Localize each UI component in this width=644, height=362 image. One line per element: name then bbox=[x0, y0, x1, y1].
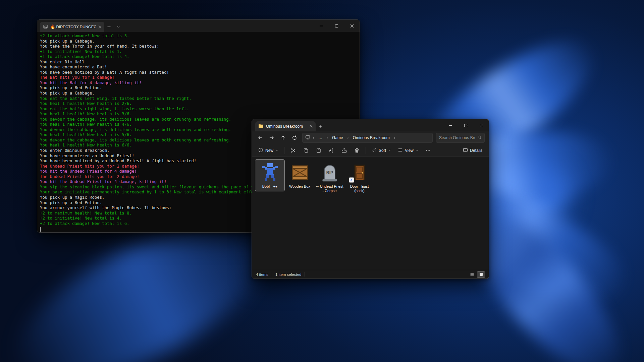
file-label: Door - East(back) bbox=[350, 184, 369, 193]
address-bar[interactable]: … Game Ominous Breakroom bbox=[302, 133, 433, 143]
new-button[interactable]: New bbox=[255, 145, 281, 156]
up-button[interactable] bbox=[277, 133, 289, 143]
view-toggles bbox=[468, 272, 485, 278]
breadcrumb-game[interactable]: Game bbox=[330, 135, 345, 141]
terminal-line: +2 to attack damage! New total is 3. bbox=[40, 34, 357, 39]
explorer-close-button[interactable] bbox=[473, 119, 489, 131]
terminal-minimize-button[interactable] bbox=[313, 20, 329, 32]
door-icon bbox=[349, 162, 370, 183]
terminal-titlebar[interactable]: 🔥 DIRECTORY DUNGEON 🔥 bbox=[37, 20, 360, 32]
monitor-icon bbox=[305, 135, 310, 141]
forward-button[interactable] bbox=[266, 133, 277, 143]
details-button-label: Details bbox=[470, 148, 482, 153]
chevron-right-icon bbox=[326, 136, 329, 139]
terminal-line: You pick up a Cabbage. bbox=[40, 39, 357, 44]
explorer-tab[interactable]: Ominous Breakroom bbox=[255, 121, 316, 131]
crate-icon bbox=[289, 162, 311, 183]
copy-button[interactable] bbox=[300, 145, 312, 156]
chevron-right-icon bbox=[346, 136, 350, 139]
file-label-line: (back) bbox=[350, 189, 369, 193]
shortcut-arrow-icon bbox=[349, 178, 354, 182]
explorer-minimize-button[interactable] bbox=[442, 119, 458, 131]
explorer-tab-title: Ominous Breakroom bbox=[266, 124, 307, 129]
paste-button[interactable] bbox=[313, 145, 325, 156]
terminal-tab[interactable]: 🔥 DIRECTORY DUNGEON 🔥 bbox=[40, 22, 104, 32]
chevron-down-icon bbox=[275, 148, 278, 153]
more-button[interactable] bbox=[422, 145, 434, 156]
delete-button[interactable] bbox=[351, 145, 363, 156]
search-icon bbox=[477, 135, 482, 141]
terminal-line: The Bat hits you for 1 damage! bbox=[40, 75, 357, 80]
terminal-window-controls bbox=[313, 20, 360, 32]
sort-button[interactable]: Sort bbox=[369, 145, 394, 156]
terminal-line: You enter Dim Hall. bbox=[40, 60, 357, 65]
file-label-line: ⚰ Undead Priest bbox=[316, 184, 343, 189]
explorer-toolbar: New Sort bbox=[252, 144, 489, 157]
file-label-line: Bob! - ♥♥ bbox=[262, 184, 277, 189]
file-item[interactable]: Bob! - ♥♥ bbox=[255, 160, 284, 191]
terminal-line: You eat the bat's left wing, it tastes b… bbox=[40, 96, 357, 102]
explorer-new-tab-button[interactable] bbox=[316, 121, 326, 131]
status-divider bbox=[305, 272, 305, 277]
file-explorer-window: Ominous Breakroom bbox=[252, 119, 489, 279]
svg-text:RIP: RIP bbox=[326, 170, 333, 175]
terminal-line: You have been noticed by a Bat! A fight … bbox=[40, 70, 357, 75]
large-icons-view-button[interactable] bbox=[477, 272, 485, 278]
refresh-button[interactable] bbox=[289, 133, 300, 143]
selected-count: 1 item selected bbox=[275, 273, 301, 277]
terminal-cursor bbox=[40, 227, 41, 232]
view-button[interactable]: View bbox=[395, 145, 422, 156]
file-item[interactable]: Door - East(back) bbox=[345, 160, 374, 195]
file-grid[interactable]: Bob! - ♥♥ Wooden Box RIP ⚰ Undead Priest… bbox=[252, 157, 489, 270]
file-label: Wooden Box bbox=[289, 184, 310, 189]
status-bar: 4 items 1 item selected bbox=[252, 270, 489, 279]
desktop: 🔥 DIRECTORY DUNGEON 🔥 bbox=[0, 0, 644, 362]
rename-button[interactable] bbox=[325, 145, 337, 156]
terminal-line: You take the Torch in your off hand. It … bbox=[40, 44, 357, 49]
terminal-maximize-button[interactable] bbox=[329, 20, 344, 32]
breadcrumb-current-folder[interactable]: Ominous Breakroom bbox=[351, 135, 391, 141]
details-button[interactable]: Details bbox=[460, 145, 485, 156]
terminal-new-tab-button[interactable] bbox=[104, 22, 114, 32]
view-icon bbox=[398, 147, 403, 154]
share-button[interactable] bbox=[338, 145, 350, 156]
file-label-line: Wooden Box bbox=[289, 184, 310, 189]
cut-button[interactable] bbox=[287, 145, 299, 156]
sort-icon bbox=[372, 147, 377, 154]
toolbar-divider bbox=[366, 147, 366, 154]
terminal-line: You pick up a Cabbage. bbox=[40, 91, 357, 96]
file-item[interactable]: RIP ⚰ Undead Priest- Corpse bbox=[315, 160, 344, 195]
terminal-line: +1 to attack damage! New total is 4. bbox=[40, 54, 357, 60]
folder-icon bbox=[258, 124, 264, 129]
sort-button-label: Sort bbox=[379, 148, 386, 153]
file-label-line: - Corpse bbox=[316, 189, 343, 193]
person-icon bbox=[259, 162, 281, 183]
details-pane-icon bbox=[463, 147, 468, 154]
new-button-label: New bbox=[265, 148, 273, 153]
search-box[interactable]: Search Ominous Bre bbox=[436, 133, 485, 143]
search-input[interactable]: Search Ominous Bre bbox=[439, 135, 475, 140]
back-button[interactable] bbox=[255, 133, 266, 143]
terminal-tab-close-button[interactable] bbox=[98, 25, 101, 28]
file-item[interactable]: Wooden Box bbox=[285, 160, 314, 191]
terminal-line: +1 to initiative! New total is 1. bbox=[40, 49, 357, 55]
terminal-tab-dropdown-button[interactable] bbox=[114, 22, 123, 32]
terminal-line: You eat the bat's right wing, it tastes … bbox=[40, 107, 357, 112]
explorer-tab-close-button[interactable] bbox=[310, 124, 313, 129]
chevron-down-icon bbox=[416, 148, 419, 153]
item-count: 4 items bbox=[256, 273, 268, 277]
terminal-line: You heal 1 health! New health is 3/6. bbox=[40, 112, 357, 117]
terminal-tab-title: 🔥 DIRECTORY DUNGEON 🔥 bbox=[50, 24, 96, 29]
explorer-maximize-button[interactable] bbox=[458, 119, 473, 131]
details-view-button[interactable] bbox=[468, 272, 476, 278]
terminal-line: You heal 1 health! New health is 2/6. bbox=[40, 101, 357, 107]
breadcrumb-ellipsis-button[interactable]: … bbox=[317, 135, 324, 141]
chevron-right-icon bbox=[312, 136, 315, 139]
file-label-line: Door - East bbox=[350, 184, 369, 189]
terminal-line: You pick up a Red Potion. bbox=[40, 85, 357, 91]
status-divider bbox=[272, 272, 272, 277]
toolbar-divider bbox=[284, 147, 284, 154]
chevron-right-icon bbox=[393, 136, 396, 139]
terminal-close-button[interactable] bbox=[344, 20, 360, 32]
terminal-line: You have encountered a Bat! bbox=[40, 65, 357, 70]
